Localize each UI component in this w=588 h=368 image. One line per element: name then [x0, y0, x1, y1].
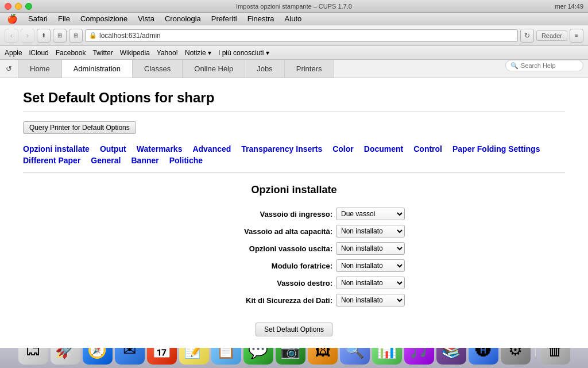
- menubar: 🍎 Safari File Composizione Vista Cronolo…: [0, 13, 588, 25]
- menubar-right: mer 14:49: [555, 3, 583, 10]
- kit-sicurezza-select[interactable]: Non installato: [336, 294, 405, 306]
- menubar-composizione[interactable]: Composizione: [76, 13, 132, 24]
- label-vassoio-ingresso: Vassoio di ingresso:: [183, 210, 332, 218]
- window-title: Imposta opzioni stampante – CUPS 1.7.0: [236, 3, 352, 10]
- tab-jobs[interactable]: Jobs: [245, 60, 284, 78]
- navigation-tabs: ↺ Home Administration Classes Online Hel…: [0, 60, 588, 78]
- forward-button[interactable]: ›: [21, 29, 34, 43]
- menubar-cronologia[interactable]: Cronologia: [160, 13, 206, 24]
- browser-toolbar: ‹ › ⬆ ⊞ ⊞ 🔒 localhost:631/admin ↻ Reader…: [0, 25, 588, 46]
- nav-link-color[interactable]: Color: [332, 144, 354, 154]
- menubar-file[interactable]: File: [53, 13, 75, 24]
- nav-link-paper-folding[interactable]: Paper Folding Settings: [452, 144, 540, 154]
- main-content: Set Default Options for sharp Query Prin…: [0, 78, 588, 348]
- vassoio-alta-select[interactable]: Non installato: [336, 225, 405, 237]
- tab-classes[interactable]: Classes: [133, 60, 183, 78]
- form-row-vassoio-alta: Vassoio ad alta capacità: Non installato: [183, 225, 405, 237]
- url-icon: 🔒: [89, 32, 97, 39]
- refresh-icon[interactable]: ↺: [0, 60, 18, 78]
- tab-online-help[interactable]: Online Help: [183, 60, 245, 78]
- options-form: Vassoio di ingresso: Due vassoi Non inst…: [183, 208, 405, 311]
- close-button[interactable]: [5, 3, 11, 10]
- form-row-vassoio-ingresso: Vassoio di ingresso: Due vassoi Non inst…: [183, 208, 405, 220]
- vassoio-destro-select[interactable]: Non installato: [336, 277, 405, 289]
- bookmark-notizie[interactable]: Notizie ▾: [185, 49, 211, 57]
- nav-link-advanced[interactable]: Advanced: [192, 144, 231, 154]
- sidebar-toggle[interactable]: ≡: [570, 29, 583, 43]
- page-title: Set Default Options for sharp: [23, 90, 565, 112]
- tab-printers[interactable]: Printers: [285, 60, 334, 78]
- bookmark-apple[interactable]: Apple: [5, 49, 22, 57]
- bookmark-piu-conosciuti[interactable]: I più conosciuti ▾: [218, 49, 269, 57]
- label-vassoio-alta: Vassoio ad alta capacità:: [183, 227, 332, 236]
- menubar-preferiti[interactable]: Preferiti: [207, 13, 242, 24]
- menubar-aiuto[interactable]: Aiuto: [280, 13, 307, 24]
- label-vassoio-destro: Vassoio destro:: [183, 279, 332, 288]
- nav-link-control[interactable]: Control: [413, 144, 442, 154]
- search-box[interactable]: 🔍: [505, 60, 583, 71]
- modulo-foratrice-select[interactable]: Non installato: [336, 259, 405, 272]
- nav-link-opzioni-installate[interactable]: Opzioni installate: [23, 144, 90, 154]
- form-row-vassoio-destro: Vassoio destro: Non installato: [183, 277, 405, 289]
- url-text: localhost:631/admin: [99, 32, 161, 40]
- set-default-button[interactable]: Set Default Options: [256, 323, 332, 336]
- nav-link-banner[interactable]: Banner: [131, 156, 159, 165]
- label-modulo-foratrice: Modulo foratrice:: [183, 262, 332, 270]
- nav-link-output[interactable]: Output: [100, 144, 126, 154]
- nav-link-different-paper[interactable]: Different Paper: [23, 156, 80, 165]
- apple-menu[interactable]: 🍎: [2, 14, 22, 24]
- form-row-kit-sicurezza: Kit di Sicurezza dei Dati: Non installat…: [183, 294, 405, 306]
- section-title: Opzioni installate: [23, 184, 565, 196]
- search-icon: 🔍: [510, 62, 519, 70]
- reader-button[interactable]: Reader: [536, 30, 567, 41]
- label-kit-sicurezza: Kit di Sicurezza dei Dati:: [183, 296, 332, 305]
- tab-administration[interactable]: Administration: [62, 60, 133, 78]
- bookmark-wikipedia[interactable]: Wikipedia: [120, 49, 150, 57]
- reload-button[interactable]: ↻: [520, 29, 534, 43]
- url-bar[interactable]: 🔒 localhost:631/admin: [85, 29, 518, 42]
- nav-link-transparency-inserts[interactable]: Transparency Inserts: [241, 144, 322, 154]
- bookmark-facebook[interactable]: Facebook: [56, 49, 86, 57]
- form-row-modulo-foratrice: Modulo foratrice: Non installato: [183, 259, 405, 272]
- bookmark-twitter[interactable]: Twitter: [92, 49, 113, 57]
- vassoio-ingresso-select[interactable]: Due vassoi Non installato: [336, 208, 405, 220]
- tab-home[interactable]: Home: [18, 60, 62, 78]
- titlebar: Imposta opzioni stampante – CUPS 1.7.0 m…: [0, 0, 588, 13]
- maximize-button[interactable]: [25, 3, 32, 10]
- query-printer-button[interactable]: Query Printer for Default Options: [23, 121, 136, 134]
- time-display: mer 14:49: [555, 3, 583, 10]
- minimize-button[interactable]: [15, 3, 22, 10]
- form-row-opzioni-uscita: Opzioni vassoio uscita: Non installato: [183, 242, 405, 255]
- menubar-finestra[interactable]: Finestra: [243, 13, 279, 24]
- grid-button[interactable]: ⊞: [69, 29, 83, 43]
- back-button[interactable]: ‹: [5, 29, 18, 43]
- nav-link-politiche[interactable]: Politiche: [169, 156, 203, 165]
- menubar-safari[interactable]: Safari: [24, 13, 52, 24]
- menubar-vista[interactable]: Vista: [133, 13, 159, 24]
- traffic-lights[interactable]: [5, 3, 32, 10]
- share-button[interactable]: ⬆: [37, 29, 51, 43]
- new-tab-button[interactable]: ⊞: [53, 29, 67, 43]
- nav-link-general[interactable]: General: [91, 156, 121, 165]
- opzioni-uscita-select[interactable]: Non installato: [336, 242, 405, 255]
- search-input[interactable]: [521, 62, 578, 69]
- bookmark-icloud[interactable]: iCloud: [29, 49, 49, 57]
- nav-link-document[interactable]: Document: [364, 144, 403, 154]
- nav-link-watermarks[interactable]: Watermarks: [137, 144, 183, 154]
- label-opzioni-uscita: Opzioni vassoio uscita:: [183, 244, 332, 253]
- option-nav-links: Opzioni installate Output Watermarks Adv…: [23, 144, 565, 172]
- bookmark-yahoo[interactable]: Yahoo!: [157, 49, 178, 57]
- bookmarks-bar: Apple iCloud Facebook Twitter Wikipedia …: [0, 46, 588, 60]
